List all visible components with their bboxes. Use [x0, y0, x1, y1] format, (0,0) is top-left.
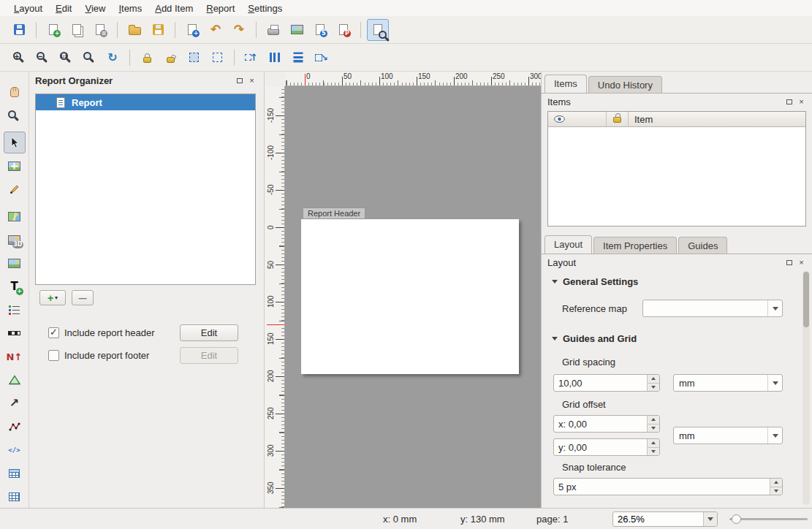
add-label-icon[interactable]: T+	[4, 275, 26, 297]
add-attribute-table-icon[interactable]	[4, 463, 26, 484]
tab-undo-history[interactable]: Undo History	[588, 76, 662, 94]
add-picture-icon[interactable]	[4, 252, 26, 274]
print-icon[interactable]	[262, 19, 284, 41]
menu-item-settings[interactable]: Settings	[241, 1, 289, 15]
zoom-in-icon[interactable]: +	[8, 47, 30, 69]
decrease-button[interactable]	[648, 384, 659, 392]
add-html-icon[interactable]: </>	[4, 439, 26, 461]
deselect-all-icon[interactable]	[206, 47, 228, 69]
increase-button[interactable]	[770, 479, 782, 487]
menu-item-layout[interactable]: Layout	[7, 1, 49, 15]
layout-manager-icon[interactable]: ≡	[89, 19, 111, 41]
dropdown-arrow-icon[interactable]	[767, 375, 782, 391]
align-selected-items-icon[interactable]	[264, 47, 286, 69]
menu-item-add-item[interactable]: Add Item	[148, 1, 200, 15]
float-panel-icon[interactable]	[784, 97, 794, 107]
grid-spacing-input[interactable]	[554, 375, 647, 391]
include-report-footer-checkbox[interactable]	[48, 350, 59, 361]
decrease-button[interactable]	[770, 487, 782, 495]
add-node-item-icon[interactable]	[4, 416, 26, 438]
add-north-arrow-icon[interactable]: N↑	[4, 346, 26, 368]
increase-button[interactable]	[648, 439, 659, 448]
menu-item-view[interactable]: View	[78, 1, 112, 15]
zoom-actual-icon[interactable]: 1:1	[55, 47, 77, 69]
close-panel-icon[interactable]: ×	[797, 258, 806, 267]
items-list[interactable]	[548, 127, 805, 226]
decrease-button[interactable]	[648, 425, 659, 433]
edit-header-button[interactable]: Edit	[180, 324, 238, 341]
duplicate-layout-icon[interactable]	[66, 19, 88, 41]
new-layout-icon[interactable]: +	[42, 19, 64, 41]
load-from-template-icon[interactable]	[124, 19, 145, 41]
grid-spacing-spinbox[interactable]	[553, 374, 660, 392]
save-as-template-icon[interactable]	[147, 19, 169, 41]
resize-selected-items-icon[interactable]: ↘	[311, 47, 333, 69]
zoom-full-icon[interactable]	[78, 47, 100, 69]
zoom-level-input[interactable]	[613, 512, 703, 526]
add-legend-icon[interactable]	[4, 299, 26, 321]
increase-button[interactable]	[648, 416, 659, 425]
report-tree[interactable]: Report	[35, 94, 256, 285]
new-page-icon[interactable]: +	[181, 19, 203, 41]
undo-icon[interactable]: ↶	[205, 19, 227, 41]
save-project-icon[interactable]	[8, 19, 30, 41]
grid-offset-x-input[interactable]	[554, 416, 647, 432]
zoom-dropdown-arrow-icon[interactable]	[703, 512, 717, 526]
tab-items[interactable]: Items	[545, 75, 587, 94]
add-fixed-table-icon[interactable]	[4, 486, 26, 508]
pan-icon[interactable]	[4, 81, 26, 103]
tab-guides[interactable]: Guides	[678, 237, 727, 254]
edit-nodes-item-icon[interactable]	[4, 178, 26, 200]
guides-and-grid-group[interactable]: Guides and Grid	[552, 333, 637, 344]
layout-canvas[interactable]: Report Header	[285, 86, 541, 508]
add-section-button[interactable]: +▾	[39, 290, 66, 305]
add-arrow-icon[interactable]: ↗	[4, 392, 26, 414]
dropdown-arrow-icon[interactable]	[767, 300, 782, 316]
lock-selected-items-icon[interactable]	[136, 47, 158, 69]
horizontal-ruler[interactable]: 050100150200250300	[285, 72, 541, 86]
add-scalebar-icon[interactable]	[4, 322, 26, 344]
add-3d-map-icon[interactable]: 3D	[4, 229, 26, 251]
zoom-preview-icon[interactable]	[367, 19, 389, 41]
select-move-item-icon[interactable]	[4, 132, 26, 153]
select-all-items-icon[interactable]	[183, 47, 205, 69]
zoom-level-combobox[interactable]	[612, 511, 718, 527]
grid-spacing-unit-combobox[interactable]: mm	[673, 374, 783, 392]
export-image-icon[interactable]	[286, 19, 308, 41]
tree-item-report[interactable]: Report	[36, 94, 255, 110]
decrease-button[interactable]	[648, 448, 659, 456]
zoom-slider[interactable]	[729, 509, 808, 529]
grid-offset-unit-combobox[interactable]: mm	[673, 427, 783, 444]
grid-offset-x-spinbox[interactable]	[553, 415, 660, 433]
unlock-all-items-icon[interactable]	[159, 47, 181, 69]
vertical-ruler[interactable]: -150-100-50050100150200250300350	[265, 86, 285, 508]
move-item-content-icon[interactable]	[4, 155, 26, 177]
include-report-header-checkbox[interactable]	[48, 327, 59, 338]
dropdown-arrow-icon[interactable]	[767, 427, 782, 444]
menu-item-items[interactable]: Items	[112, 1, 148, 15]
report-header-page[interactable]	[301, 219, 519, 374]
snap-tolerance-input[interactable]	[554, 479, 770, 495]
redo-icon[interactable]: ↷	[228, 19, 250, 41]
close-panel-icon[interactable]: ×	[247, 76, 257, 85]
refresh-view-icon[interactable]: ↻	[102, 47, 124, 69]
zoom-slider-track[interactable]	[729, 518, 808, 520]
menu-item-edit[interactable]: Edit	[49, 1, 78, 15]
float-panel-icon[interactable]	[235, 76, 244, 85]
reference-map-combobox[interactable]	[642, 300, 783, 317]
zoom-slider-handle[interactable]	[732, 514, 741, 524]
grid-offset-y-input[interactable]	[554, 439, 647, 455]
add-shape-icon[interactable]	[4, 369, 26, 391]
snap-tolerance-spinbox[interactable]	[553, 478, 783, 495]
grid-offset-y-spinbox[interactable]	[553, 438, 660, 456]
general-settings-group[interactable]: General Settings	[552, 276, 638, 287]
export-svg-icon[interactable]: S	[309, 19, 331, 41]
add-map-icon[interactable]	[4, 205, 26, 227]
tab-layout[interactable]: Layout	[545, 235, 592, 254]
zoom-out-icon[interactable]: −	[31, 47, 53, 69]
zoom-icon[interactable]	[4, 104, 26, 126]
menu-item-report[interactable]: Report	[200, 1, 241, 15]
export-pdf-icon[interactable]: P	[333, 19, 354, 41]
distribute-selected-items-icon[interactable]	[287, 47, 309, 69]
panel-scrollbar[interactable]	[802, 270, 810, 505]
